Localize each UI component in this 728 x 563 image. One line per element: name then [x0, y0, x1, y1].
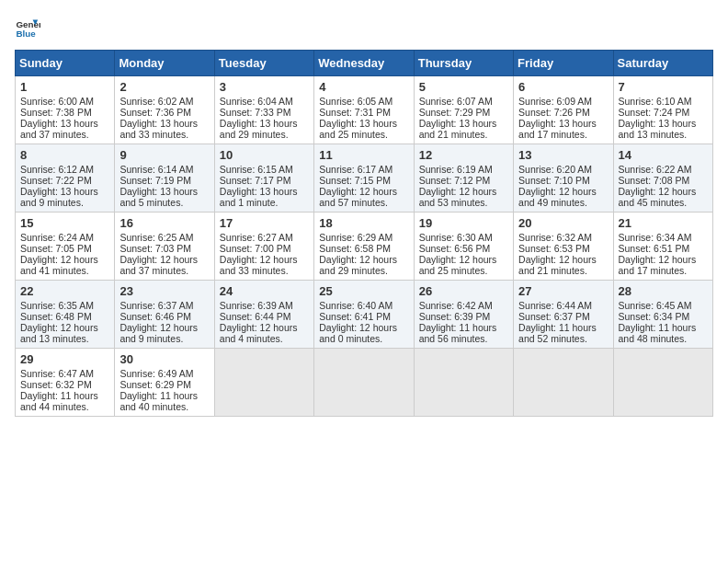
table-row: 2 Sunrise: 6:02 AM Sunset: 7:36 PM Dayli… — [115, 76, 214, 144]
sunrise-text: Sunrise: 6:30 AM — [419, 232, 493, 243]
day-number: 15 — [20, 216, 109, 230]
day-number: 13 — [518, 148, 608, 162]
table-row: 1 Sunrise: 6:00 AM Sunset: 7:38 PM Dayli… — [16, 76, 115, 144]
table-row — [214, 349, 313, 417]
table-row: 25 Sunrise: 6:40 AM Sunset: 6:41 PM Dayl… — [314, 281, 414, 349]
day-number: 19 — [419, 216, 508, 230]
daylight-text: Daylight: 13 hours and 1 minute. — [220, 186, 298, 208]
daylight-text: Daylight: 12 hours and 57 minutes. — [319, 186, 397, 208]
table-row — [314, 349, 414, 417]
day-number: 12 — [419, 148, 508, 162]
day-number: 5 — [419, 80, 508, 94]
sunrise-text: Sunrise: 6:35 AM — [20, 300, 94, 311]
day-number: 27 — [518, 284, 608, 298]
table-row: 26 Sunrise: 6:42 AM Sunset: 6:39 PM Dayl… — [414, 281, 513, 349]
sunrise-text: Sunrise: 6:32 AM — [518, 232, 592, 243]
day-number: 21 — [619, 216, 708, 230]
daylight-text: Daylight: 12 hours and 21 minutes. — [518, 254, 597, 276]
sunrise-text: Sunrise: 6:05 AM — [319, 96, 392, 107]
sunrise-text: Sunrise: 6:12 AM — [20, 164, 94, 175]
daylight-text: Daylight: 12 hours and 49 minutes. — [518, 186, 597, 208]
sunrise-text: Sunrise: 6:27 AM — [220, 232, 293, 243]
daylight-text: Daylight: 13 hours and 25 minutes. — [319, 118, 397, 140]
sunrise-text: Sunrise: 6:24 AM — [20, 232, 94, 243]
table-row: 4 Sunrise: 6:05 AM Sunset: 7:31 PM Dayli… — [314, 76, 414, 144]
table-row: 17 Sunrise: 6:27 AM Sunset: 7:00 PM Dayl… — [214, 213, 313, 281]
daylight-text: Daylight: 12 hours and 13 minutes. — [20, 322, 98, 344]
sunrise-text: Sunrise: 6:44 AM — [518, 300, 592, 311]
table-row: 29 Sunrise: 6:47 AM Sunset: 6:32 PM Dayl… — [16, 349, 115, 417]
daylight-text: Daylight: 13 hours and 13 minutes. — [619, 118, 697, 140]
sunset-text: Sunset: 6:46 PM — [119, 311, 191, 322]
calendar-table: Sunday Monday Tuesday Wednesday Thursday… — [15, 50, 713, 417]
day-number: 22 — [20, 284, 109, 298]
logo-icon: General Blue — [15, 15, 40, 40]
col-sunday: Sunday — [16, 51, 115, 76]
sunset-text: Sunset: 7:03 PM — [119, 243, 191, 254]
sunset-text: Sunset: 7:12 PM — [419, 175, 491, 186]
sunset-text: Sunset: 6:32 PM — [20, 379, 92, 390]
sunrise-text: Sunrise: 6:40 AM — [319, 300, 392, 311]
table-row: 9 Sunrise: 6:14 AM Sunset: 7:19 PM Dayli… — [115, 144, 214, 213]
daylight-text: Daylight: 11 hours and 48 minutes. — [619, 322, 697, 344]
daylight-text: Daylight: 12 hours and 45 minutes. — [619, 186, 697, 208]
sunrise-text: Sunrise: 6:29 AM — [319, 232, 392, 243]
sunset-text: Sunset: 6:41 PM — [319, 311, 391, 322]
sunrise-text: Sunrise: 6:25 AM — [119, 232, 193, 243]
daylight-text: Daylight: 11 hours and 44 minutes. — [20, 390, 98, 412]
sunrise-text: Sunrise: 6:02 AM — [119, 96, 193, 107]
day-number: 30 — [119, 352, 209, 366]
page-header: General Blue — [15, 15, 713, 40]
sunset-text: Sunset: 6:44 PM — [220, 311, 291, 322]
daylight-text: Daylight: 13 hours and 5 minutes. — [119, 186, 198, 208]
daylight-text: Daylight: 11 hours and 40 minutes. — [119, 390, 198, 412]
table-row: 22 Sunrise: 6:35 AM Sunset: 6:48 PM Dayl… — [16, 281, 115, 349]
sunset-text: Sunset: 7:29 PM — [419, 107, 491, 118]
day-number: 26 — [419, 284, 508, 298]
table-row: 21 Sunrise: 6:34 AM Sunset: 6:51 PM Dayl… — [613, 213, 712, 281]
day-number: 2 — [119, 80, 209, 94]
col-tuesday: Tuesday — [214, 51, 313, 76]
daylight-text: Daylight: 11 hours and 52 minutes. — [518, 322, 597, 344]
daylight-text: Daylight: 12 hours and 4 minutes. — [220, 322, 298, 344]
sunrise-text: Sunrise: 6:22 AM — [619, 164, 692, 175]
sunrise-text: Sunrise: 6:10 AM — [619, 96, 692, 107]
sunset-text: Sunset: 6:48 PM — [20, 311, 92, 322]
sunset-text: Sunset: 7:05 PM — [20, 243, 92, 254]
day-number: 24 — [220, 284, 309, 298]
sunset-text: Sunset: 7:15 PM — [319, 175, 391, 186]
daylight-text: Daylight: 12 hours and 0 minutes. — [319, 322, 397, 344]
sunrise-text: Sunrise: 6:49 AM — [119, 368, 193, 379]
calendar-header-row: Sunday Monday Tuesday Wednesday Thursday… — [16, 51, 713, 76]
col-friday: Friday — [514, 51, 613, 76]
day-number: 20 — [518, 216, 608, 230]
sunset-text: Sunset: 6:56 PM — [419, 243, 491, 254]
sunset-text: Sunset: 6:29 PM — [119, 379, 191, 390]
sunset-text: Sunset: 6:37 PM — [518, 311, 590, 322]
sunrise-text: Sunrise: 6:42 AM — [419, 300, 493, 311]
sunset-text: Sunset: 7:19 PM — [119, 175, 191, 186]
table-row — [514, 349, 613, 417]
daylight-text: Daylight: 12 hours and 53 minutes. — [419, 186, 497, 208]
sunrise-text: Sunrise: 6:15 AM — [220, 164, 293, 175]
sunrise-text: Sunrise: 6:07 AM — [419, 96, 493, 107]
daylight-text: Daylight: 12 hours and 41 minutes. — [20, 254, 98, 276]
sunset-text: Sunset: 7:38 PM — [20, 107, 92, 118]
table-row: 23 Sunrise: 6:37 AM Sunset: 6:46 PM Dayl… — [115, 281, 214, 349]
day-number: 8 — [20, 148, 109, 162]
table-row: 14 Sunrise: 6:22 AM Sunset: 7:08 PM Dayl… — [613, 144, 712, 213]
table-row — [414, 349, 513, 417]
calendar-week-row: 29 Sunrise: 6:47 AM Sunset: 6:32 PM Dayl… — [16, 349, 713, 417]
day-number: 7 — [619, 80, 708, 94]
table-row: 24 Sunrise: 6:39 AM Sunset: 6:44 PM Dayl… — [214, 281, 313, 349]
logo: General Blue — [15, 15, 44, 40]
day-number: 9 — [119, 148, 209, 162]
sunset-text: Sunset: 7:08 PM — [619, 175, 690, 186]
sunset-text: Sunset: 7:26 PM — [518, 107, 590, 118]
day-number: 10 — [220, 148, 309, 162]
calendar-week-row: 22 Sunrise: 6:35 AM Sunset: 6:48 PM Dayl… — [16, 281, 713, 349]
sunset-text: Sunset: 7:36 PM — [119, 107, 191, 118]
calendar-week-row: 1 Sunrise: 6:00 AM Sunset: 7:38 PM Dayli… — [16, 76, 713, 144]
day-number: 17 — [220, 216, 309, 230]
sunrise-text: Sunrise: 6:45 AM — [619, 300, 692, 311]
